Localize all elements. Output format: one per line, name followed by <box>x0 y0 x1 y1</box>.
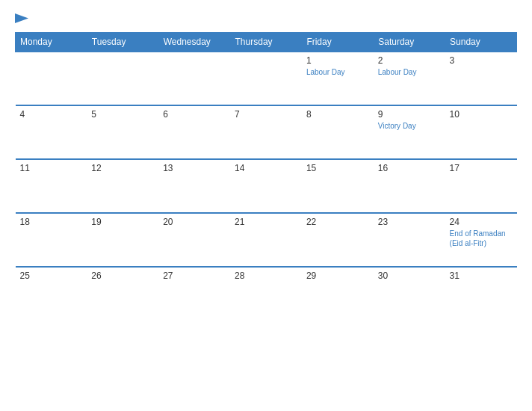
day-number: 25 <box>20 271 83 281</box>
calendar-cell: 4 <box>16 105 87 159</box>
calendar-cell: 5 <box>87 105 158 159</box>
day-number: 29 <box>306 271 369 281</box>
weekday-header-friday: Friday <box>302 33 374 52</box>
day-number: 16 <box>378 163 441 173</box>
calendar-cell: 19 <box>87 213 158 267</box>
day-number: 2 <box>378 55 441 66</box>
calendar-cell: 2Labour Day <box>374 52 445 105</box>
day-number: 19 <box>91 217 154 227</box>
calendar-cell: 8 <box>302 105 374 159</box>
weekday-header-row: MondayTuesdayWednesdayThursdayFridaySatu… <box>16 33 517 52</box>
weekday-header-monday: Monday <box>16 33 87 52</box>
week-row-4: 18192021222324End of Ramadan (Eid al-Fit… <box>16 213 517 267</box>
weekday-header-tuesday: Tuesday <box>87 33 158 52</box>
day-number: 1 <box>306 55 369 66</box>
calendar-cell: 15 <box>302 159 374 213</box>
calendar-cell <box>16 52 87 105</box>
day-number: 30 <box>378 271 441 281</box>
calendar-cell: 20 <box>158 213 230 267</box>
calendar-cell <box>87 52 158 105</box>
day-number: 4 <box>20 109 83 120</box>
day-number: 17 <box>450 163 513 173</box>
day-number: 9 <box>378 109 441 120</box>
calendar-cell: 29 <box>302 267 374 321</box>
calendar-cell: 21 <box>230 213 302 267</box>
day-number: 5 <box>91 109 154 120</box>
day-number: 11 <box>20 163 83 173</box>
day-number: 31 <box>450 271 513 281</box>
week-row-2: 456789Victory Day10 <box>16 105 517 159</box>
calendar-page: MondayTuesdayWednesdayThursdayFridaySatu… <box>0 0 532 411</box>
calendar-cell: 7 <box>230 105 302 159</box>
svg-marker-0 <box>15 13 28 23</box>
calendar-body: 1Labour Day2Labour Day3456789Victory Day… <box>16 52 517 321</box>
week-row-5: 25262728293031 <box>16 267 517 321</box>
calendar-cell: 12 <box>87 159 158 213</box>
day-number: 23 <box>378 217 441 227</box>
day-number: 14 <box>235 163 297 173</box>
day-number: 15 <box>306 163 369 173</box>
calendar-cell: 22 <box>302 213 374 267</box>
weekday-header-thursday: Thursday <box>230 33 302 52</box>
weekday-header-saturday: Saturday <box>374 33 445 52</box>
weekday-header-wednesday: Wednesday <box>158 33 230 52</box>
calendar-cell: 26 <box>87 267 158 321</box>
calendar-cell: 13 <box>158 159 230 213</box>
calendar-cell: 17 <box>445 159 517 213</box>
calendar-header: MondayTuesdayWednesdayThursdayFridaySatu… <box>16 33 517 52</box>
calendar-cell: 10 <box>445 105 517 159</box>
day-number: 24 <box>450 217 513 227</box>
day-number: 27 <box>163 271 226 281</box>
calendar-cell: 28 <box>230 267 302 321</box>
calendar-cell: 3 <box>445 52 517 105</box>
holiday-label: Labour Day <box>378 67 441 77</box>
calendar-cell: 6 <box>158 105 230 159</box>
day-number: 6 <box>163 109 226 120</box>
calendar-cell: 9Victory Day <box>374 105 445 159</box>
day-number: 21 <box>235 217 297 227</box>
calendar-cell: 23 <box>374 213 445 267</box>
calendar-cell: 1Labour Day <box>302 52 374 105</box>
holiday-label: End of Ramadan (Eid al-Fitr) <box>450 229 513 248</box>
calendar-table: MondayTuesdayWednesdayThursdayFridaySatu… <box>15 32 517 321</box>
day-number: 18 <box>20 217 83 227</box>
header <box>15 13 517 23</box>
week-row-3: 11121314151617 <box>16 159 517 213</box>
calendar-cell: 24End of Ramadan (Eid al-Fitr) <box>445 213 517 267</box>
day-number: 13 <box>163 163 226 173</box>
holiday-label: Victory Day <box>378 121 441 131</box>
weekday-header-sunday: Sunday <box>445 33 517 52</box>
calendar-cell: 18 <box>16 213 87 267</box>
logo-flag-icon <box>15 13 28 23</box>
calendar-cell: 31 <box>445 267 517 321</box>
calendar-cell <box>230 52 302 105</box>
calendar-cell: 11 <box>16 159 87 213</box>
holiday-label: Labour Day <box>306 67 369 77</box>
calendar-cell: 14 <box>230 159 302 213</box>
day-number: 3 <box>450 55 513 66</box>
day-number: 20 <box>163 217 226 227</box>
calendar-cell: 25 <box>16 267 87 321</box>
week-row-1: 1Labour Day2Labour Day3 <box>16 52 517 105</box>
calendar-cell <box>158 52 230 105</box>
day-number: 10 <box>450 109 513 120</box>
day-number: 22 <box>306 217 369 227</box>
calendar-cell: 27 <box>158 267 230 321</box>
calendar-cell: 30 <box>374 267 445 321</box>
day-number: 12 <box>91 163 154 173</box>
day-number: 7 <box>235 109 297 120</box>
day-number: 26 <box>91 271 154 281</box>
day-number: 8 <box>306 109 369 120</box>
logo <box>15 13 28 23</box>
day-number: 28 <box>235 271 297 281</box>
calendar-cell: 16 <box>374 159 445 213</box>
